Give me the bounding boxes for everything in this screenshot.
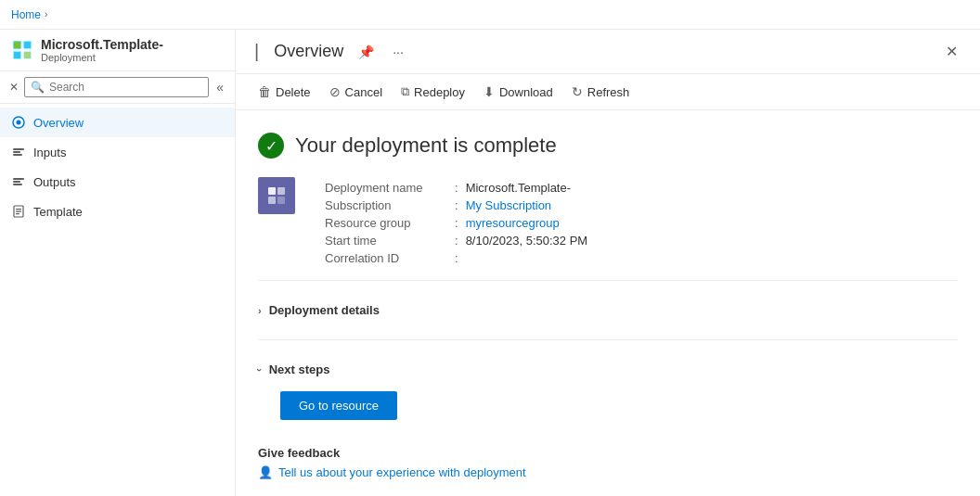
deployment-complete-title: Your deployment is complete bbox=[295, 134, 557, 158]
search-row: ✕ 🔍 « bbox=[0, 71, 235, 104]
sidebar-title-block: Microsoft.Template- Deployment bbox=[41, 37, 163, 63]
overview-icon bbox=[11, 115, 26, 130]
delete-button[interactable]: 🗑 Delete bbox=[251, 80, 318, 104]
redeploy-button[interactable]: ⧉ Redeploy bbox=[393, 80, 472, 104]
go-to-resource-button[interactable]: Go to resource bbox=[280, 391, 397, 420]
search-icon: 🔍 bbox=[31, 81, 45, 94]
outputs-icon bbox=[11, 174, 26, 189]
sidebar-item-inputs[interactable]: Inputs bbox=[0, 137, 235, 167]
svg-point-9 bbox=[17, 121, 21, 125]
next-steps-toggle[interactable]: › Next steps bbox=[258, 355, 329, 384]
check-icon: ✓ bbox=[258, 133, 284, 159]
sidebar-item-outputs[interactable]: Outputs bbox=[0, 167, 235, 197]
sidebar-header: Microsoft.Template- Deployment bbox=[0, 30, 235, 71]
breadcrumb: Home › bbox=[11, 8, 47, 21]
sidebar-nav: Overview Inputs Outputs Template bbox=[0, 104, 235, 230]
svg-rect-15 bbox=[13, 184, 22, 185]
svg-rect-6 bbox=[14, 52, 20, 58]
resource-group-value[interactable]: myresourcegroup bbox=[466, 216, 560, 230]
subscription-value[interactable]: My Subscription bbox=[466, 198, 551, 212]
delete-icon: 🗑 bbox=[258, 84, 271, 99]
cancel-button[interactable]: ⊘ Cancel bbox=[322, 80, 390, 104]
azure-logo bbox=[9, 37, 35, 63]
info-rows: Deployment name : Microsoft.Template- Su… bbox=[325, 177, 587, 265]
deployment-type-icon bbox=[258, 177, 295, 214]
close-button[interactable]: ✕ bbox=[942, 39, 961, 64]
delete-label: Delete bbox=[276, 85, 311, 99]
deployment-name-label: Deployment name bbox=[325, 181, 455, 195]
sidebar-item-inputs-label: Inputs bbox=[33, 146, 66, 159]
more-button[interactable]: ··· bbox=[389, 43, 407, 61]
redeploy-label: Redeploy bbox=[414, 85, 465, 99]
deployment-details-section: › Deployment details bbox=[258, 296, 958, 324]
resource-group-label: Resource group bbox=[325, 216, 455, 230]
next-steps-label: Next steps bbox=[269, 362, 330, 376]
deployment-complete-row: ✓ Your deployment is complete bbox=[258, 133, 958, 159]
refresh-icon: ↻ bbox=[572, 84, 583, 99]
start-time-value: 8/10/2023, 5:50:32 PM bbox=[466, 234, 588, 248]
feedback-section: Give feedback 👤 Tell us about your exper… bbox=[258, 446, 958, 479]
sidebar-title: Microsoft.Template- bbox=[41, 37, 163, 52]
sidebar: Microsoft.Template- Deployment ✕ 🔍 « Ove… bbox=[0, 30, 236, 496]
title-divider: | bbox=[254, 41, 259, 62]
inputs-icon bbox=[11, 145, 26, 159]
sidebar-item-overview[interactable]: Overview bbox=[0, 108, 235, 137]
toolbar: 🗑 Delete ⊘ Cancel ⧉ Redeploy ⬇ Download … bbox=[236, 74, 980, 110]
svg-rect-22 bbox=[268, 197, 276, 204]
deployment-details-label: Deployment details bbox=[269, 303, 380, 317]
top-bar: Home › bbox=[0, 0, 980, 30]
search-input-wrap: 🔍 bbox=[24, 77, 209, 97]
main-body: ✓ Your deployment is complete Deployment… bbox=[236, 110, 980, 496]
deployment-details-chevron: › bbox=[258, 305, 262, 316]
breadcrumb-sep: › bbox=[45, 9, 47, 19]
template-icon bbox=[11, 204, 26, 219]
svg-rect-23 bbox=[277, 197, 285, 204]
svg-rect-19 bbox=[16, 213, 19, 214]
download-button[interactable]: ⬇ Download bbox=[476, 80, 561, 104]
pin-icon: 📌 bbox=[358, 45, 374, 59]
svg-rect-13 bbox=[13, 178, 24, 180]
svg-rect-11 bbox=[13, 151, 20, 153]
subscription-label: Subscription bbox=[325, 198, 455, 212]
search-input[interactable] bbox=[49, 81, 202, 94]
svg-rect-12 bbox=[13, 154, 22, 156]
search-close-button[interactable]: ✕ bbox=[7, 79, 20, 95]
next-steps-section: › Next steps Go to resource bbox=[258, 355, 958, 439]
feedback-title: Give feedback bbox=[258, 446, 958, 460]
info-row-deployment-name: Deployment name : Microsoft.Template- bbox=[325, 181, 587, 195]
svg-rect-14 bbox=[13, 181, 20, 183]
next-steps-content: Go to resource bbox=[258, 384, 958, 439]
sidebar-subtitle: Deployment bbox=[41, 52, 163, 63]
info-row-subscription: Subscription : My Subscription bbox=[325, 198, 587, 212]
correlation-id-label: Correlation ID bbox=[325, 251, 455, 265]
divider-2 bbox=[258, 339, 958, 340]
feedback-link[interactable]: 👤 Tell us about your experience with dep… bbox=[258, 465, 958, 479]
svg-rect-10 bbox=[13, 148, 24, 150]
sidebar-item-template[interactable]: Template bbox=[0, 197, 235, 226]
collapse-sidebar-button[interactable]: « bbox=[213, 78, 227, 96]
info-row-resource-group: Resource group : myresourcegroup bbox=[325, 216, 587, 230]
content-area: | Overview 📌 ··· ✕ 🗑 Delete ⊘ Cancel ⧉ bbox=[236, 30, 980, 496]
download-label: Download bbox=[499, 85, 553, 99]
content-header: | Overview 📌 ··· ✕ bbox=[236, 30, 980, 74]
start-time-label: Start time bbox=[325, 234, 455, 248]
svg-rect-18 bbox=[16, 211, 21, 212]
sidebar-item-overview-label: Overview bbox=[33, 116, 84, 130]
redeploy-icon: ⧉ bbox=[401, 84, 409, 99]
sidebar-item-outputs-label: Outputs bbox=[33, 175, 76, 189]
svg-rect-20 bbox=[268, 187, 276, 195]
sidebar-item-template-label: Template bbox=[33, 205, 83, 219]
divider-1 bbox=[258, 280, 958, 281]
page-title: Overview bbox=[274, 42, 343, 61]
more-icon: ··· bbox=[393, 45, 404, 59]
breadcrumb-home[interactable]: Home bbox=[11, 8, 41, 21]
info-row-start-time: Start time : 8/10/2023, 5:50:32 PM bbox=[325, 234, 587, 248]
cancel-icon: ⊘ bbox=[329, 84, 341, 99]
download-icon: ⬇ bbox=[484, 84, 495, 99]
svg-rect-17 bbox=[16, 209, 21, 210]
pin-button[interactable]: 📌 bbox=[355, 43, 378, 61]
refresh-button[interactable]: ↻ Refresh bbox=[564, 80, 638, 104]
feedback-icon: 👤 bbox=[258, 465, 273, 479]
feedback-link-label: Tell us about your experience with deplo… bbox=[278, 465, 526, 479]
deployment-details-toggle[interactable]: › Deployment details bbox=[258, 296, 380, 324]
